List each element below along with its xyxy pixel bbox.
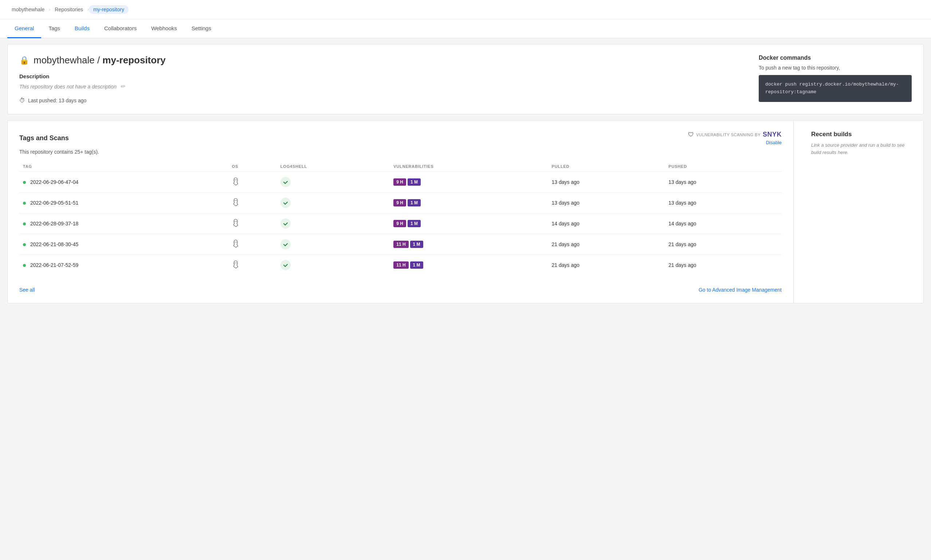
os-cell [228, 172, 277, 192]
medium-vuln-badge[interactable]: 1 M [408, 220, 421, 227]
tab-webhooks[interactable]: Webhooks [144, 19, 184, 38]
tag-status-dot [23, 202, 26, 205]
vulnerabilities-cell[interactable]: 11 H 1 M [390, 255, 548, 275]
breadcrumb-mobythewhale[interactable]: mobythewhale [7, 5, 49, 14]
high-vuln-badge[interactable]: 9 H [393, 199, 406, 206]
recent-builds-desc: Link a source provider and run a build t… [811, 142, 912, 156]
breadcrumb-repositories[interactable]: Repositories [50, 5, 88, 14]
tag-name[interactable]: 2022-06-28-09-37-18 [30, 221, 78, 226]
tab-bar: General Tags Builds Collaborators Webhoo… [0, 19, 931, 38]
vulnerabilities-cell[interactable]: 9 H 1 M [390, 192, 548, 213]
tag-name[interactable]: 2022-06-29-06-47-04 [30, 179, 78, 185]
repo-full-name: mobythewhale / my-repository [34, 55, 166, 66]
description-text: This repository does not have a descript… [19, 83, 744, 90]
tags-panel: Tags and Scans 🛡 VULNERABILITY SCANNING … [8, 120, 794, 303]
os-linux-icon [232, 221, 239, 228]
high-vuln-badge[interactable]: 11 H [393, 262, 408, 269]
table-row[interactable]: 2022-06-21-08-30-45 11 H [19, 234, 782, 255]
tag-cell: 2022-06-21-08-30-45 [19, 234, 228, 255]
svg-point-6 [235, 242, 235, 243]
bottom-row: Tags and Scans 🛡 VULNERABILITY SCANNING … [7, 120, 924, 303]
tab-settings[interactable]: Settings [184, 19, 219, 38]
tag-status-dot [23, 264, 26, 267]
docker-command-line2: repository:tagname [765, 89, 816, 95]
tab-tags[interactable]: Tags [41, 19, 68, 38]
svg-point-7 [236, 242, 237, 243]
tag-name[interactable]: 2022-06-21-08-30-45 [30, 242, 78, 247]
log4shell-check-icon [280, 198, 291, 208]
medium-vuln-badge[interactable]: 1 M [410, 241, 423, 248]
log4shell-cell [277, 192, 390, 213]
log4shell-cell [277, 213, 390, 234]
tags-table: TAG OS LOG4SHELL VULNERABILITIES PULLED … [19, 161, 782, 275]
svg-point-0 [235, 180, 235, 180]
snyk-logo: snyk [763, 131, 782, 138]
svg-point-1 [236, 180, 237, 180]
vulnerabilities-cell[interactable]: 11 H 1 M [390, 234, 548, 255]
repo-card: 🔒 mobythewhale / my-repository Descripti… [7, 44, 924, 114]
breadcrumb-my-repository[interactable]: my-repository [89, 5, 129, 14]
tag-status-dot [23, 181, 26, 184]
vulnerabilities-cell[interactable]: 9 H 1 M [390, 213, 548, 234]
tag-status-dot [23, 223, 26, 225]
log4shell-cell [277, 172, 390, 192]
log4shell-cell [277, 255, 390, 275]
os-linux-icon [232, 200, 239, 208]
edit-description-icon[interactable]: ✏ [120, 83, 125, 90]
os-cell [228, 255, 277, 275]
svg-point-5 [236, 221, 237, 222]
svg-point-2 [235, 200, 235, 201]
docker-commands-title: Docker commands [759, 55, 912, 61]
snyk-badge: 🛡 VULNERABILITY SCANNING BY snyk [688, 131, 782, 138]
tab-builds[interactable]: Builds [68, 19, 97, 38]
advanced-image-management-link[interactable]: Go to Advanced Image Management [699, 287, 782, 293]
table-row[interactable]: 2022-06-28-09-37-18 9 H [19, 213, 782, 234]
tab-general[interactable]: General [7, 19, 41, 38]
os-cell [228, 213, 277, 234]
medium-vuln-badge[interactable]: 1 M [408, 199, 421, 206]
tab-collaborators[interactable]: Collaborators [97, 19, 144, 38]
repo-info: 🔒 mobythewhale / my-repository Descripti… [19, 55, 744, 104]
repo-namespace: mobythewhale [34, 55, 95, 66]
high-vuln-badge[interactable]: 9 H [393, 178, 406, 186]
log4shell-check-icon [280, 260, 291, 270]
table-row[interactable]: 2022-06-29-05-51-51 9 H [19, 192, 782, 213]
medium-vuln-badge[interactable]: 1 M [410, 262, 423, 269]
tag-name[interactable]: 2022-06-21-07-52-59 [30, 262, 78, 268]
pushed-cell: 14 days ago [665, 213, 782, 234]
col-pushed: PUSHED [665, 161, 782, 172]
log4shell-check-icon [280, 218, 291, 229]
pulled-cell: 14 days ago [548, 213, 665, 234]
table-row[interactable]: 2022-06-29-06-47-04 9 H [19, 172, 782, 192]
docker-command-code[interactable]: docker push registry.docker.io/mobythewh… [759, 75, 912, 102]
lock-icon: 🔒 [19, 56, 29, 65]
os-linux-icon [232, 242, 239, 249]
high-vuln-badge[interactable]: 11 H [393, 241, 408, 248]
tag-cell: 2022-06-28-09-37-18 [19, 213, 228, 234]
medium-vuln-badge[interactable]: 1 M [408, 178, 421, 186]
svg-point-3 [236, 200, 237, 201]
tag-status-dot [23, 243, 26, 246]
log4shell-check-icon [280, 239, 291, 249]
pushed-cell: 21 days ago [665, 234, 782, 255]
snyk-disable-link[interactable]: Disable [766, 140, 782, 145]
see-all-link[interactable]: See all [19, 287, 35, 293]
last-pushed-text: Last pushed: 13 days ago [28, 98, 86, 103]
pushed-cell: 13 days ago [665, 192, 782, 213]
col-os: OS [228, 161, 277, 172]
recent-builds-panel: Recent builds Link a source provider and… [800, 120, 923, 303]
os-cell [228, 234, 277, 255]
col-log4shell: LOG4SHELL [277, 161, 390, 172]
col-pulled: PULLED [548, 161, 665, 172]
tags-count: This repository contains 25+ tag(s). [19, 149, 782, 155]
high-vuln-badge[interactable]: 9 H [393, 220, 406, 227]
docker-commands-desc: To push a new tag to this repository, [759, 65, 912, 71]
tag-name[interactable]: 2022-06-29-05-51-51 [30, 200, 78, 206]
col-tag: TAG [19, 161, 228, 172]
table-row[interactable]: 2022-06-21-07-52-59 11 H [19, 255, 782, 275]
vulnerabilities-cell[interactable]: 9 H 1 M [390, 172, 548, 192]
pulled-cell: 21 days ago [548, 255, 665, 275]
pulled-cell: 21 days ago [548, 234, 665, 255]
repo-title: 🔒 mobythewhale / my-repository [19, 55, 744, 66]
svg-point-9 [236, 263, 237, 263]
